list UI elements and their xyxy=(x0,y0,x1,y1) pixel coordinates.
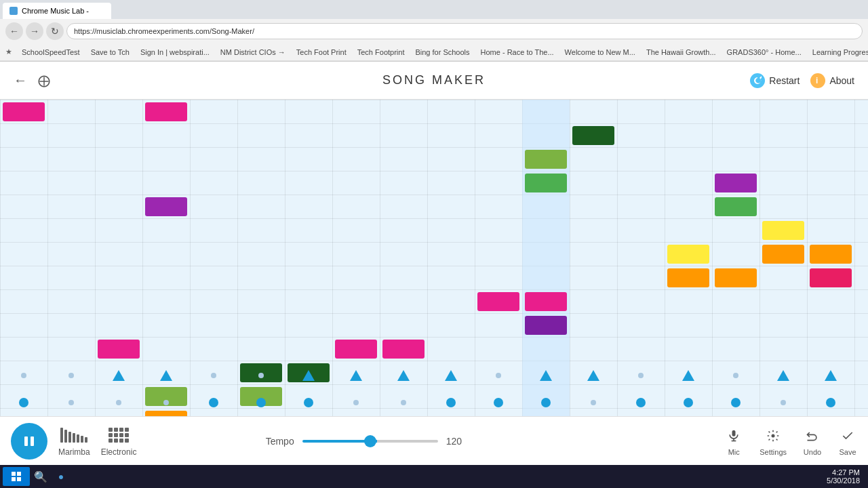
bookmark-hawaii[interactable]: The Hawaii Growth... xyxy=(642,47,720,58)
perc-triangle xyxy=(397,370,410,381)
perc-circle-cell[interactable] xyxy=(712,398,760,407)
settings-button[interactable]: Settings xyxy=(760,426,787,456)
note[interactable] xyxy=(667,268,709,287)
taskbar-search[interactable]: 🔍 xyxy=(31,467,50,486)
perc-circle-cell[interactable] xyxy=(427,398,475,407)
note[interactable] xyxy=(98,340,140,359)
start-button[interactable] xyxy=(3,467,30,486)
bookmark-tech-foot2[interactable]: Tech Footprint xyxy=(353,47,409,58)
perc-circle-cell[interactable] xyxy=(0,398,47,407)
perc-circle-cell[interactable] xyxy=(380,400,427,405)
perc-circle-cell[interactable] xyxy=(190,398,237,407)
bookmark-nm-district[interactable]: NM District CIOs → xyxy=(216,47,290,58)
restart-button[interactable]: Restart xyxy=(750,73,800,88)
note[interactable] xyxy=(525,292,567,311)
note[interactable] xyxy=(145,102,187,121)
perc-triangle-cell[interactable] xyxy=(617,373,665,378)
perc-triangle-cell[interactable] xyxy=(285,370,332,381)
note[interactable] xyxy=(667,245,709,264)
electronic-option[interactable]: Electronic xyxy=(101,426,137,457)
note[interactable] xyxy=(572,126,614,145)
play-button[interactable] xyxy=(11,423,47,460)
note[interactable] xyxy=(810,268,852,287)
perc-triangle-cell[interactable] xyxy=(475,373,522,378)
forward-button[interactable]: → xyxy=(26,22,43,40)
percussion-circles-row[interactable] xyxy=(0,389,868,416)
perc-circle-cell[interactable] xyxy=(807,398,854,407)
percussion-triangles-row[interactable] xyxy=(0,362,868,389)
taskbar-chrome[interactable]: ● xyxy=(52,467,71,486)
marimba-option[interactable]: Marimba xyxy=(58,426,90,457)
note[interactable] xyxy=(382,340,425,359)
note[interactable] xyxy=(525,174,567,192)
perc-triangle-cell[interactable] xyxy=(570,370,617,381)
bookmark-tech-foot[interactable]: Tech Foot Print xyxy=(292,47,351,58)
note[interactable] xyxy=(3,102,45,121)
perc-circle-cell[interactable] xyxy=(617,398,665,407)
perc-triangle-cell[interactable] xyxy=(95,370,142,381)
bookmark-bing[interactable]: Bing for Schools xyxy=(411,47,473,58)
note[interactable] xyxy=(715,174,757,192)
perc-triangle-cell[interactable] xyxy=(380,370,427,381)
perc-circle-cell[interactable] xyxy=(854,398,868,407)
grid-container[interactable] xyxy=(0,100,868,416)
perc-triangle-cell[interactable] xyxy=(522,370,570,381)
perc-triangle xyxy=(777,370,789,381)
note[interactable] xyxy=(525,150,567,169)
perc-circle-cell[interactable] xyxy=(142,400,190,405)
perc-triangle-cell[interactable] xyxy=(332,370,380,381)
svg-rect-2 xyxy=(31,436,34,446)
perc-circle-cell[interactable] xyxy=(332,400,380,405)
undo-button[interactable]: Undo xyxy=(803,426,822,456)
perc-triangle-cell[interactable] xyxy=(237,373,285,378)
perc-triangle-cell[interactable] xyxy=(712,373,760,378)
address-bar[interactable] xyxy=(66,23,863,39)
note[interactable] xyxy=(715,268,757,287)
perc-circle-cell[interactable] xyxy=(95,400,142,405)
back-button[interactable]: ← xyxy=(5,22,23,40)
perc-circle-cell[interactable] xyxy=(760,400,807,405)
perc-circle-cell[interactable] xyxy=(285,398,332,407)
note[interactable] xyxy=(525,316,567,335)
mic-button[interactable]: Mic xyxy=(724,426,743,456)
note[interactable] xyxy=(715,197,757,216)
expand-button[interactable]: ⨁ xyxy=(38,73,50,88)
note[interactable] xyxy=(810,245,852,264)
perc-triangle-cell[interactable] xyxy=(427,370,475,381)
perc-triangle-cell[interactable] xyxy=(854,370,868,381)
note[interactable] xyxy=(335,340,377,359)
perc-circle-cell[interactable] xyxy=(237,398,285,407)
perc-circle-cell[interactable] xyxy=(570,400,617,405)
active-tab[interactable]: Chrome Music Lab - xyxy=(3,3,111,19)
note[interactable] xyxy=(145,197,187,216)
perc-triangle-cell[interactable] xyxy=(142,370,190,381)
perc-triangle-cell[interactable] xyxy=(760,370,807,381)
note[interactable] xyxy=(762,221,804,240)
bookmark-grads[interactable]: GRADS360° - Home... xyxy=(723,47,806,58)
bookmark-new-m[interactable]: Welcome to New M... xyxy=(561,47,639,58)
perc-circle-cell[interactable] xyxy=(522,398,570,407)
perc-circle-cell[interactable] xyxy=(475,398,522,407)
bookmark-learning[interactable]: Learning Progressi... xyxy=(808,47,868,58)
perc-triangle-cell[interactable] xyxy=(190,373,237,378)
perc-circle-empty xyxy=(591,400,596,405)
song-grid[interactable] xyxy=(0,100,868,416)
note[interactable] xyxy=(762,245,804,264)
bookmark-save[interactable]: Save to Tch xyxy=(87,47,134,58)
back-to-home-button[interactable]: ← xyxy=(14,73,27,88)
save-button[interactable]: Save xyxy=(838,426,857,456)
perc-triangle-cell[interactable] xyxy=(0,373,47,378)
bookmark-schoolspeed[interactable]: SchoolSpeedTest xyxy=(18,47,84,58)
reload-button[interactable]: ↻ xyxy=(46,22,64,40)
about-button[interactable]: i About xyxy=(810,73,854,88)
bookmark-race[interactable]: Home - Race to The... xyxy=(477,47,558,58)
perc-circle-cell[interactable] xyxy=(665,398,712,407)
perc-triangle-cell[interactable] xyxy=(665,370,712,381)
perc-triangle-cell[interactable] xyxy=(47,373,95,378)
perc-circle-cell[interactable] xyxy=(47,400,95,405)
tempo-section: Tempo 120 xyxy=(266,436,467,447)
tempo-slider[interactable] xyxy=(302,440,438,443)
bookmark-sign-in[interactable]: Sign In | webspirati... xyxy=(136,47,214,58)
perc-triangle-cell[interactable] xyxy=(807,370,854,381)
note[interactable] xyxy=(477,292,519,311)
